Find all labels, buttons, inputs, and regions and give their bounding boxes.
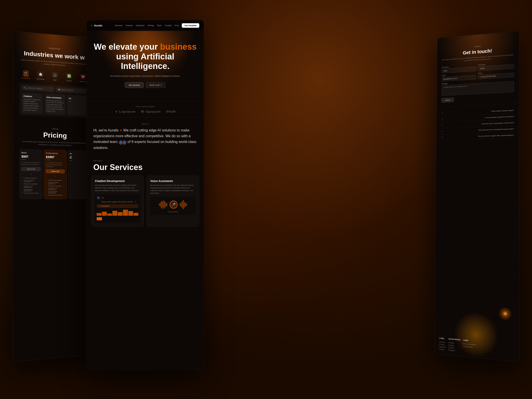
basic-f4: ✓Chatbot & LLM development	[21, 185, 41, 188]
chat-input-2[interactable]: 💬 Tell me, how ca	[56, 87, 87, 94]
wave-l2	[160, 202, 161, 207]
wave-l3	[161, 201, 162, 209]
chatbot-demo: 👤 You: Please create a graph of the prof…	[95, 194, 140, 223]
phone-field: Phone +1 (61) 23 343 6023	[478, 70, 514, 79]
hero-title: We elevate your business using Artificia…	[93, 42, 197, 71]
footer-terms[interactable]: Terms & conditions	[463, 343, 476, 346]
footer-link-services[interactable]: Services	[439, 341, 446, 343]
legal-label: Legal	[53, 79, 57, 81]
avatar-2: 👤	[122, 140, 127, 145]
pro-plus: +	[46, 175, 64, 178]
service-cards-grid: Chatbot Development We develop advanced …	[87, 176, 204, 231]
footer-link-industries[interactable]: Industries	[439, 346, 446, 348]
chat-input-1[interactable]: ✏️ | How can I assist y	[22, 85, 54, 92]
voice-desc: We develop advanced voice-based AI assis…	[46, 99, 64, 113]
tab-finance[interactable]: 💹 Finance	[62, 71, 76, 83]
nav-industries[interactable]: Industries	[136, 24, 145, 27]
nav-services[interactable]: Services	[115, 24, 123, 27]
auto-title: Au	[69, 97, 86, 100]
footer-linkedin[interactable]: LinkedIn	[449, 342, 460, 344]
nav-process[interactable]: Process	[126, 24, 133, 27]
about-text: Hi, we're Auralis ✦ We craft cutting edg…	[93, 127, 197, 151]
wave-l1	[159, 203, 160, 206]
tab-legal[interactable]: ⚖️ Legal	[48, 70, 62, 83]
pro-cta[interactable]: Book a call	[46, 169, 64, 173]
microphone-button[interactable]: 🎤	[170, 201, 177, 209]
healthcare-icon: ❤️	[80, 74, 86, 80]
voice-service-card: Voice Assistants We develop voice assist…	[146, 176, 199, 227]
faq-q-4: How long does the development phase take…	[478, 128, 514, 131]
chatbots-title: Chatbots	[24, 95, 41, 98]
industries-section: Industries Industries we work w Hear the…	[13, 31, 95, 125]
auto-desc: ed...	[69, 100, 86, 103]
finance-icon: 💹	[66, 73, 72, 79]
chatbot-service-card: Chatbot Development We develop advanced …	[91, 176, 144, 227]
orange-bar-mini	[97, 216, 138, 221]
orange-indicator	[97, 217, 102, 220]
our-services-button[interactable]: Our services	[125, 82, 144, 88]
basic-cta[interactable]: Book a call	[21, 167, 41, 171]
realestate-label: Real Estate	[37, 78, 44, 80]
get-template-button[interactable]: Get template	[182, 23, 199, 28]
nav-team[interactable]: Team	[157, 24, 162, 27]
legal-icon: ⚖️	[52, 72, 58, 78]
ai-spark-icon: ✦	[98, 205, 100, 207]
footer-youtube[interactable]: Youtube	[449, 344, 460, 347]
tab-ecommerce[interactable]: 🛒 E-commerce	[18, 68, 33, 81]
voice-assistant-label: Voice Assistant	[168, 211, 178, 213]
chat-input-2-text: Tell me, how ca	[61, 89, 73, 91]
basic-price: $997	[21, 155, 41, 159]
voice-title: Voice assistants	[46, 96, 64, 99]
footer-link-process[interactable]: Process	[439, 344, 446, 346]
center-card: + Auralis Services Process Industries Pr…	[86, 20, 204, 370]
pro-f4: ✓Chatbot & LLM development	[46, 187, 65, 190]
basic-name: Basic	[21, 152, 41, 154]
bar-6	[123, 210, 128, 216]
faq-expand-icon-1: ↗	[441, 112, 443, 115]
plan-professional: Professional $3997 /month For organizati…	[44, 150, 67, 199]
footer-instagram[interactable]: Instagram	[448, 349, 460, 352]
nav-pricing[interactable]: Pricing	[148, 24, 154, 27]
healthcare-label: Healthcare	[79, 81, 86, 82]
chatbot-card-title: Chatbot Development	[95, 179, 140, 183]
pro-desc: For organizations looking to unlock the …	[46, 162, 64, 168]
basic-f3: ✓AI business consulting	[21, 183, 41, 185]
partners-label: You're in good company	[91, 106, 199, 108]
user-avatar-icon: 👤	[97, 196, 100, 200]
logo: + Auralis	[91, 24, 102, 27]
footer-link-pricing[interactable]: Pricing	[439, 348, 446, 351]
chat-demo-area: ✏️ | How can I assist y 💬 Tell me, how c…	[19, 83, 89, 118]
nav-contact[interactable]: Contact	[165, 24, 171, 27]
voice-card-title: Voice Assistants	[150, 179, 196, 183]
avatar-cluster: 👤 👤	[119, 140, 127, 145]
pro-f2: ✓Custom workflow automations	[46, 182, 64, 184]
book-call-button[interactable]: Book a call ↗	[146, 82, 165, 88]
auto-mini-card: Au ed...	[67, 95, 87, 116]
basic-desc: For organizations looking to get started…	[21, 162, 41, 165]
faq-expand-icon-2: ↗	[441, 118, 443, 120]
wave-r3	[182, 201, 183, 208]
footer-privacy[interactable]: Privacy policy	[463, 345, 476, 348]
ent-desc: adv...	[70, 160, 88, 162]
message-field: Message Hi team Auralis, I'm reaching ou…	[442, 79, 514, 96]
partner-logo-3: IPSUM	[166, 110, 176, 113]
pro-f1: ✓2 dedicated developers	[46, 179, 64, 181]
pricing-title: Pricing	[19, 130, 89, 140]
nav-faq[interactable]: FAQ	[175, 24, 179, 27]
tab-realestate[interactable]: 🏠 Real Estate	[33, 69, 48, 82]
chat-user-message: 👤 You:	[97, 196, 138, 200]
footer-legal-col: Legal Terms & conditions Privacy policy	[463, 339, 476, 354]
contact-section: Contact Get in touch! We'd love to talk …	[437, 31, 519, 107]
navbar: + Auralis Services Process Industries Pr…	[87, 20, 204, 31]
footer-section: ✦ Links Services Process Industries Pric…	[434, 333, 519, 361]
wave-l8	[167, 203, 167, 206]
footer-twitter[interactable]: X/Twitter	[448, 347, 460, 349]
pencil-icon: ✏️	[24, 87, 26, 89]
pro-price: $3997	[46, 155, 64, 159]
submit-button[interactable]: Submit	[442, 98, 454, 103]
voice-waveform-container: 🎤	[159, 199, 187, 210]
footer-links-title: Links	[439, 337, 446, 340]
ent-price: C	[70, 156, 88, 160]
faq-expand-icon-3: ↗	[441, 124, 443, 127]
ai-response-bar: ✦ AI Assistant	[97, 204, 138, 208]
